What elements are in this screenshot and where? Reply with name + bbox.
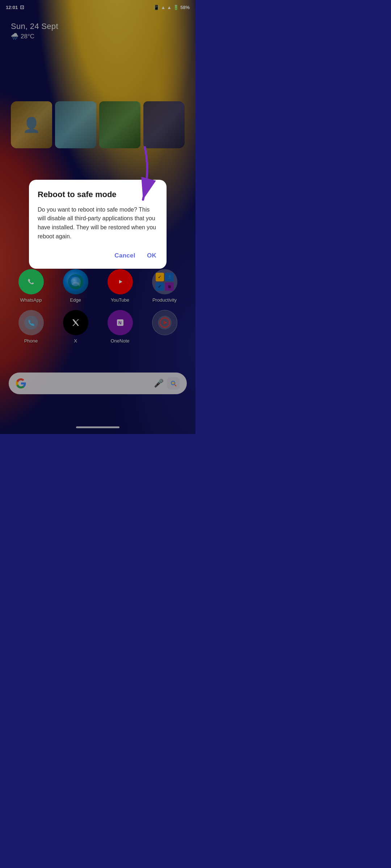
- safe-mode-dialog: Reboot to safe mode Do you want to reboo…: [29, 180, 167, 269]
- dialog-overlay: Reboot to safe mode Do you want to reboo…: [0, 0, 196, 434]
- cancel-button[interactable]: Cancel: [113, 250, 137, 261]
- dialog-buttons: Cancel OK: [38, 250, 158, 261]
- ok-button[interactable]: OK: [146, 250, 158, 261]
- dialog-title: Reboot to safe mode: [38, 190, 158, 199]
- dialog-body: Do you want to reboot into safe mode? Th…: [38, 205, 158, 241]
